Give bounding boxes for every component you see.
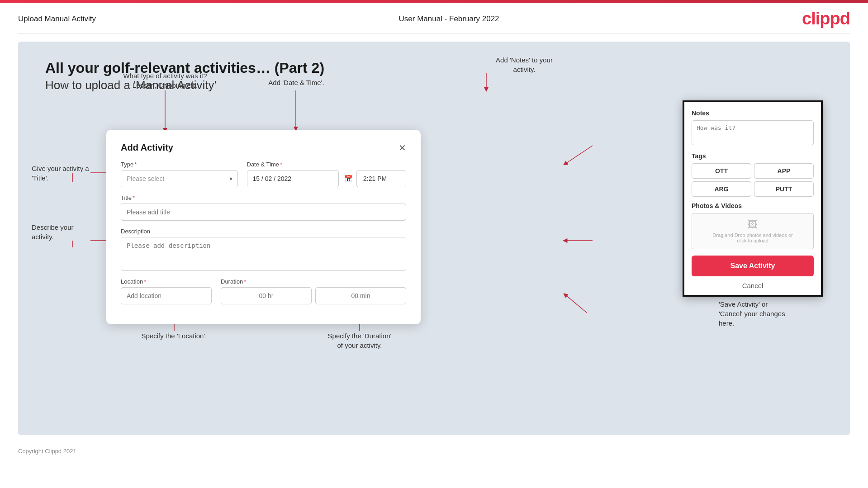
manual-label: User Manual - February 2022 (399, 14, 499, 24)
annotation-save-cancel: 'Save Activity' or'Cancel' your changesh… (719, 299, 827, 328)
duration-inputs (221, 287, 406, 304)
duration-group: Duration* (221, 278, 406, 304)
type-label: Type* (121, 161, 238, 168)
tags-label: Tags (692, 152, 814, 160)
logo: clippd (802, 9, 850, 28)
annotation-location: Specify the 'Location'. (129, 331, 219, 341)
phone-screen: Notes Tags OTT APP ARG PUTT Photos & Vid… (683, 100, 823, 297)
date-input[interactable] (247, 170, 339, 187)
title-label: Title* (121, 194, 406, 201)
type-select[interactable]: Please select (121, 170, 238, 187)
type-group: Type* Please select ▾ (121, 161, 238, 187)
date-time-inputs: 📅 (247, 170, 407, 187)
location-duration-row: Location* Duration* (121, 278, 406, 304)
location-input[interactable] (121, 287, 212, 304)
notes-textarea[interactable] (692, 120, 814, 145)
phone-panel: Notes Tags OTT APP ARG PUTT Photos & Vid… (683, 100, 823, 297)
dialog-container: Add Activity ✕ Type* Please select ▾ (106, 130, 421, 324)
datetime-group: Date & Time* 📅 (247, 161, 407, 187)
duration-min-input[interactable] (315, 287, 406, 304)
description-textarea[interactable] (121, 237, 406, 271)
image-icon: 🖼 (748, 219, 758, 231)
title-group: Title* (121, 194, 406, 221)
top-divider (18, 33, 850, 33)
calendar-icon: 📅 (344, 175, 353, 183)
page-label: Upload Manual Activity (18, 14, 96, 24)
close-button[interactable]: ✕ (398, 143, 406, 152)
dialog-title: Add Activity (121, 142, 173, 153)
location-label: Location* (121, 278, 212, 285)
duration-label: Duration* (221, 278, 406, 285)
annotation-date-time: Add 'Date & Time'. (253, 78, 339, 87)
photos-label: Photos & Videos (692, 202, 814, 209)
description-label: Description (121, 228, 406, 235)
annotation-activity-type: What type of activity was it?Lesson, Chi… (115, 71, 215, 90)
photo-upload-text: Drag and Drop photos and videos orclick … (712, 232, 792, 243)
photo-upload-box[interactable]: 🖼 Drag and Drop photos and videos orclic… (692, 213, 814, 249)
notes-label: Notes (692, 109, 814, 117)
tag-arg[interactable]: ARG (692, 181, 751, 197)
time-input[interactable] (356, 170, 406, 187)
svg-line-16 (565, 295, 587, 313)
location-group: Location* (121, 278, 212, 304)
title-input[interactable] (121, 204, 406, 221)
svg-line-14 (565, 146, 593, 164)
dialog-header: Add Activity ✕ (121, 142, 406, 153)
datetime-label: Date & Time* (247, 161, 407, 168)
annotation-title: Give your activity a'Title'. (32, 164, 104, 183)
annotation-duration: Specify the 'Duration'of your activity. (299, 331, 421, 350)
description-group: Description (121, 228, 406, 271)
type-datetime-row: Type* Please select ▾ Date & Time* (121, 161, 406, 187)
top-bar: Upload Manual Activity User Manual - Feb… (0, 3, 868, 33)
duration-hr-input[interactable] (221, 287, 312, 304)
tags-grid: OTT APP ARG PUTT (692, 163, 814, 197)
add-activity-dialog: Add Activity ✕ Type* Please select ▾ (106, 130, 421, 324)
annotation-describe: Describe youractivity. (32, 223, 100, 242)
tag-putt[interactable]: PUTT (754, 181, 814, 197)
annotation-notes: Add 'Notes' to youractivity. (479, 55, 569, 74)
main-content: All your golf-relevant activities… (Part… (18, 42, 850, 435)
save-activity-button[interactable]: Save Activity (692, 256, 814, 276)
type-select-wrapper: Please select ▾ (121, 170, 238, 187)
phone-screen-inner: Notes Tags OTT APP ARG PUTT Photos & Vid… (684, 102, 821, 295)
cancel-link[interactable]: Cancel (692, 276, 814, 295)
tag-app[interactable]: APP (754, 163, 814, 179)
tag-ott[interactable]: OTT (692, 163, 751, 179)
copyright: Copyright Clippd 2021 (0, 443, 868, 459)
